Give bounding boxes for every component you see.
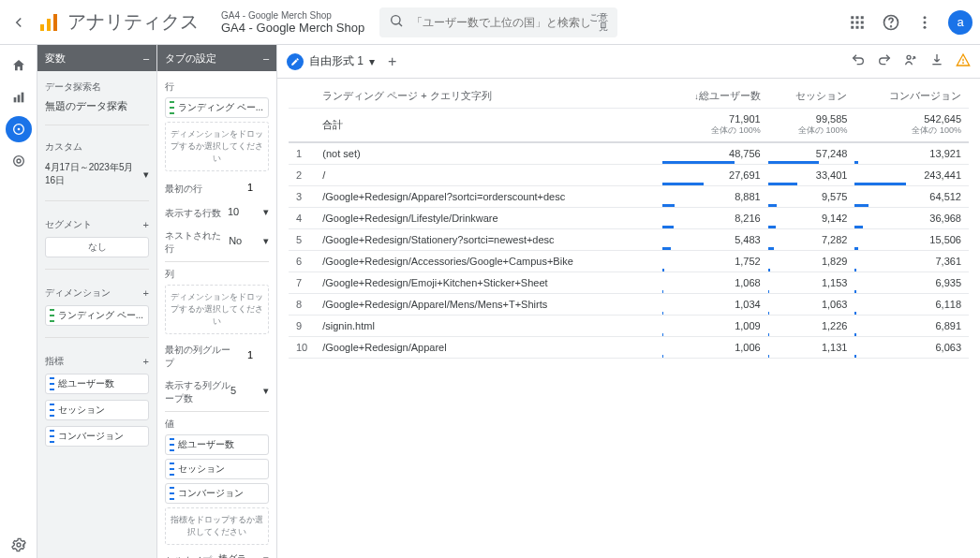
chevron-down-icon: ▾ [369, 55, 375, 68]
nested-select[interactable]: No▾ [229, 233, 269, 249]
metric-chip-users[interactable]: 総ユーザー数 [45, 374, 149, 394]
rows-drop-zone[interactable]: ディメンションをドロップするか選択してください [165, 122, 269, 171]
cell-type-select[interactable]: 棒グラ...▾ [218, 551, 269, 558]
warning-icon[interactable] [956, 52, 971, 70]
svg-point-15 [924, 16, 927, 19]
rows-label: 行 [165, 81, 269, 94]
segment-label: セグメント [45, 218, 92, 231]
data-table: ランディング ページ + クエリ文字列 ↓総ユーザー数 セッション コンバージョ… [289, 84, 969, 359]
value-chip-conversions[interactable]: コンバージョン [165, 483, 269, 504]
add-metric-button[interactable]: + [143, 356, 149, 367]
svg-rect-0 [40, 24, 44, 31]
rows-chip-landing[interactable]: ランディング ペー... [165, 97, 269, 118]
svg-rect-11 [856, 25, 859, 28]
cols-label: 列 [165, 268, 269, 281]
svg-rect-6 [861, 16, 864, 19]
property-selector[interactable]: GA4 - Google Merch Shop GA4 - Google Mer… [221, 10, 364, 35]
table-row[interactable]: 5/Google+Redesign/Stationery?sortci=newe… [289, 229, 969, 251]
start-row-label: 最初の行 [165, 183, 202, 196]
table-row[interactable]: 8/Google+Redesign/Apparel/Mens/Mens+T+Sh… [289, 294, 969, 316]
redo-icon[interactable] [877, 52, 892, 70]
table-row[interactable]: 10/Google+Redesign/Apparel 1,006 1,131 6… [289, 337, 969, 359]
start-row-input[interactable] [231, 177, 269, 198]
svg-rect-1 [47, 19, 51, 31]
variables-panel-header: 変数 – [37, 45, 156, 71]
add-dimension-button[interactable]: + [143, 287, 149, 299]
value-chip-users[interactable]: 総ユーザー数 [165, 434, 269, 455]
custom-label: カスタム [45, 140, 149, 154]
search-input[interactable] [411, 16, 588, 29]
help-icon[interactable] [881, 12, 901, 33]
table-row[interactable]: 9/signin.html 1,009 1,226 6,891 [289, 316, 969, 337]
metric-chip-conversions[interactable]: コンバージョン [45, 426, 149, 447]
nav-home[interactable] [6, 52, 32, 79]
show-rows-select[interactable]: 10▾ [228, 204, 269, 220]
svg-point-17 [924, 25, 927, 28]
back-button[interactable] [7, 11, 30, 34]
share-icon[interactable] [903, 52, 918, 70]
col-header-users[interactable]: ↓総ユーザー数 [662, 84, 768, 109]
svg-rect-2 [53, 14, 57, 31]
tab-settings-header: タブの設定 – [157, 45, 276, 71]
undo-icon[interactable] [851, 52, 866, 70]
tab-name: 自由形式 1 [309, 53, 364, 69]
svg-point-27 [963, 63, 964, 64]
more-menu-icon[interactable] [914, 12, 935, 33]
table-row[interactable]: 7/Google+Redesign/Emoji+Kitchen+Sticker+… [289, 272, 969, 294]
totals-row: 合計 71,901全体の 100% 99,585全体の 100% 542,645… [289, 109, 969, 143]
search-bar[interactable]: ご意見 [379, 7, 616, 37]
svg-rect-10 [851, 25, 854, 28]
table-row[interactable]: 1(not set) 48,756 57,248 13,921 [289, 142, 969, 165]
col-header-dimension[interactable]: ランディング ページ + クエリ文字列 [315, 84, 661, 109]
values-drop-zone[interactable]: 指標をドロップするか選択してください [165, 507, 269, 545]
svg-point-26 [907, 55, 911, 59]
search-icon [389, 13, 404, 31]
col-header-sessions[interactable]: セッション [768, 84, 855, 109]
ga-logo-icon [37, 11, 60, 34]
svg-point-25 [17, 543, 21, 547]
cell-type-label: セルタイプ [165, 554, 212, 558]
nav-reports[interactable] [6, 84, 32, 110]
chevron-down-icon: ▾ [143, 169, 149, 181]
app-title: アナリティクス [67, 9, 199, 35]
cols-drop-zone[interactable]: ディメンションをドロップするか選択してください [165, 285, 269, 334]
collapse-icon[interactable]: – [263, 52, 269, 64]
svg-rect-19 [17, 95, 20, 102]
dimension-chip-landing[interactable]: ランディング ペー... [45, 305, 149, 326]
nav-explore[interactable] [6, 116, 32, 142]
svg-rect-4 [851, 16, 854, 19]
no-segment-chip[interactable]: なし [45, 237, 149, 257]
metric-chip-sessions[interactable]: セッション [45, 400, 149, 420]
feedback-link[interactable]: ご意見 [589, 13, 608, 32]
nav-admin[interactable] [6, 532, 32, 558]
table-row[interactable]: 4/Google+Redesign/Lifestyle/Drinkware 8,… [289, 208, 969, 229]
exploration-tab[interactable]: 自由形式 1 ▾ [287, 53, 375, 70]
col-groups-select[interactable]: 5▾ [230, 383, 269, 399]
date-range-selector[interactable]: 4月17日～2023年5月16日 ▾ [45, 159, 149, 189]
property-name: GA4 - Google Merch Shop [221, 21, 364, 35]
svg-rect-9 [861, 21, 864, 23]
col-groups-label: 表示する列グループ数 [165, 379, 230, 405]
col-header-conversions[interactable]: コンバージョン [854, 84, 969, 109]
download-icon[interactable] [929, 52, 944, 70]
avatar[interactable]: a [948, 10, 973, 35]
svg-rect-18 [13, 97, 16, 102]
table-row[interactable]: 6/Google+Redesign/Accessories/Google+Cam… [289, 251, 969, 272]
collapse-icon[interactable]: – [143, 52, 149, 64]
apps-icon[interactable] [847, 12, 868, 33]
exploration-name[interactable]: 無題のデータ探索 [45, 99, 149, 113]
table-row[interactable]: 3/Google+Redesign/Apparel?sortci=ordersc… [289, 186, 969, 208]
nav-advertising[interactable] [6, 148, 32, 174]
values-label: 値 [165, 418, 269, 431]
dimension-label: ディメンション [45, 286, 111, 300]
svg-point-14 [891, 25, 892, 26]
svg-rect-7 [851, 21, 854, 23]
add-tab-button[interactable]: + [388, 53, 396, 70]
show-rows-label: 表示する行数 [165, 207, 221, 220]
svg-point-22 [17, 128, 20, 131]
start-col-input[interactable] [231, 345, 269, 365]
add-segment-button[interactable]: + [143, 219, 149, 230]
value-chip-sessions[interactable]: セッション [165, 459, 269, 479]
table-row[interactable]: 2/ 27,691 33,401 243,441 [289, 165, 969, 186]
start-col-label: 最初の列グループ [165, 344, 231, 370]
